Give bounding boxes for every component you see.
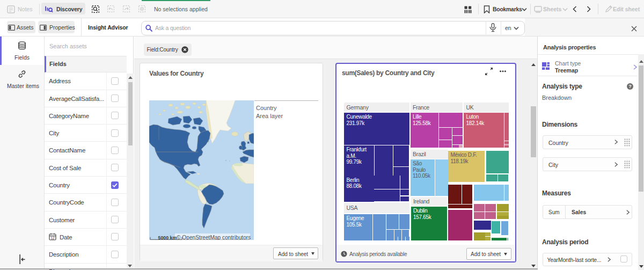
svg-text:5000 km: 5000 km <box>158 235 177 240</box>
svg-text:12: 12 <box>50 236 55 240</box>
svg-text:© OpenStreetMap contributors: © OpenStreetMap contributors <box>177 235 251 240</box>
svg-text:?: ? <box>628 84 632 89</box>
